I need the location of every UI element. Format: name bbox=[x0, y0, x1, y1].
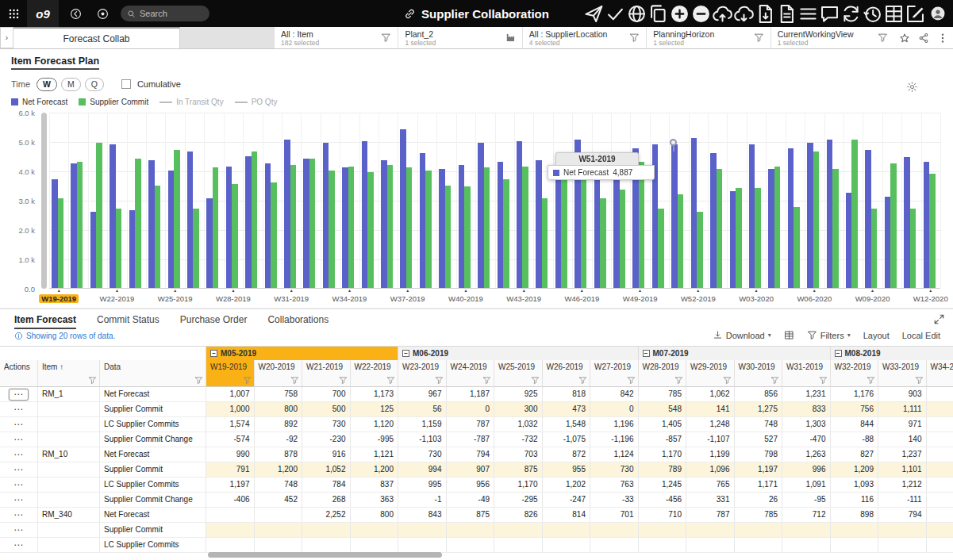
document-icon[interactable] bbox=[776, 0, 797, 27]
row-actions-button[interactable]: ⋯ bbox=[0, 417, 38, 432]
bar-net-forecast[interactable] bbox=[52, 179, 58, 288]
bar-supplier-commit[interactable] bbox=[252, 152, 258, 288]
value-cell[interactable]: 500 bbox=[302, 402, 351, 416]
header-item[interactable]: Item ↑ bbox=[38, 360, 100, 386]
value-cell[interactable] bbox=[206, 523, 255, 537]
bar-net-forecast[interactable] bbox=[865, 150, 871, 288]
header-W20-2019[interactable]: W20-2019 bbox=[255, 360, 303, 386]
bar-net-forecast[interactable] bbox=[265, 163, 271, 288]
row-actions-button[interactable]: ⋯ bbox=[0, 387, 38, 401]
row-actions-button[interactable]: ⋯ bbox=[0, 493, 38, 507]
column-filter-icon[interactable] bbox=[627, 376, 636, 385]
column-filter-icon[interactable] bbox=[243, 376, 252, 385]
column-filter-icon[interactable] bbox=[867, 376, 875, 385]
bar-net-forecast[interactable] bbox=[110, 144, 116, 288]
vertical-scroll-thumb[interactable] bbox=[41, 113, 47, 289]
value-cell[interactable]: 756 bbox=[831, 402, 879, 416]
row-actions-button[interactable]: ⋯ bbox=[0, 447, 38, 462]
month-group-M07-2019[interactable]: −M07-2019 bbox=[639, 347, 831, 360]
month-group-M06-2019[interactable]: −M06-2019 bbox=[398, 347, 639, 360]
column-filter-icon[interactable] bbox=[435, 376, 444, 385]
filter-chip-2[interactable]: Plant_21 selected bbox=[398, 27, 521, 48]
value-cell[interactable]: 1,000 bbox=[206, 402, 255, 416]
layout-button[interactable]: Layout bbox=[863, 331, 890, 340]
sort-asc-icon[interactable]: ↑ bbox=[57, 362, 63, 371]
expand-icon[interactable] bbox=[933, 313, 945, 325]
bar-supplier-commit[interactable] bbox=[348, 167, 355, 289]
tab-collaborations[interactable]: Collaborations bbox=[267, 314, 329, 328]
bar-supplier-commit[interactable] bbox=[387, 165, 394, 288]
cloud-download-icon[interactable] bbox=[733, 0, 755, 27]
value-cell[interactable]: 141 bbox=[686, 402, 735, 416]
bar-net-forecast[interactable] bbox=[924, 162, 930, 288]
value-cell[interactable]: 1,200 bbox=[351, 462, 399, 477]
hover-handle[interactable] bbox=[670, 139, 677, 152]
tab-purchase-order[interactable]: Purchase Order bbox=[180, 314, 248, 328]
row-actions-button[interactable]: ⋯ bbox=[0, 402, 38, 416]
bar-net-forecast[interactable] bbox=[381, 160, 387, 288]
value-cell[interactable]: 548 bbox=[639, 402, 687, 416]
tab-commit-status[interactable]: Commit Status bbox=[97, 314, 159, 328]
bar-supplier-commit[interactable] bbox=[697, 212, 703, 288]
header-W34-2019[interactable]: W34-2019 bbox=[927, 360, 953, 386]
bar-net-forecast[interactable] bbox=[439, 169, 445, 288]
column-filter-icon[interactable] bbox=[290, 376, 299, 385]
bar-supplier-commit[interactable] bbox=[309, 159, 316, 288]
bar-supplier-commit[interactable] bbox=[851, 140, 858, 288]
bar-supplier-commit[interactable] bbox=[503, 179, 509, 288]
header-actions[interactable]: Actions bbox=[0, 360, 38, 386]
header-W33-2019[interactable]: W33-2019 bbox=[878, 360, 927, 386]
share-icon[interactable] bbox=[918, 33, 929, 44]
record-icon[interactable] bbox=[92, 3, 113, 24]
bar-supplier-commit[interactable] bbox=[445, 186, 452, 289]
bar-supplier-commit[interactable] bbox=[58, 198, 64, 288]
value-cell[interactable]: 996 bbox=[782, 462, 831, 477]
value-cell[interactable]: 473 bbox=[543, 402, 591, 416]
value-cell[interactable]: 789 bbox=[639, 462, 687, 477]
collapse-icon[interactable]: − bbox=[643, 350, 650, 357]
bar-supplier-commit[interactable] bbox=[794, 207, 800, 288]
bar-supplier-commit[interactable] bbox=[232, 184, 238, 288]
chart-settings-icon[interactable] bbox=[906, 81, 918, 93]
bar-supplier-commit[interactable] bbox=[581, 167, 587, 288]
bar-net-forecast[interactable] bbox=[303, 159, 309, 288]
header-W23-2019[interactable]: W23-2019 bbox=[398, 360, 447, 386]
header-W21-2019[interactable]: W21-2019 bbox=[302, 360, 351, 386]
header-data[interactable]: Data bbox=[100, 360, 206, 386]
column-filter-icon[interactable] bbox=[194, 376, 203, 385]
column-filter-icon[interactable] bbox=[770, 376, 779, 385]
header-W24-2019[interactable]: W24-2019 bbox=[447, 360, 495, 386]
header-W19-2019[interactable]: W19-2019 bbox=[206, 360, 255, 386]
filters-caret-icon[interactable]: ▾ bbox=[847, 332, 851, 339]
value-cell[interactable] bbox=[639, 523, 687, 537]
bar-net-forecast[interactable] bbox=[768, 169, 774, 288]
bar-supplier-commit[interactable] bbox=[871, 209, 878, 288]
value-cell[interactable] bbox=[302, 523, 351, 537]
selected-week-label[interactable]: W19-2019 bbox=[39, 294, 79, 303]
remove-circle-icon[interactable] bbox=[690, 0, 712, 27]
legend-po-qty[interactable]: PO Qty bbox=[235, 98, 278, 106]
value-cell[interactable]: 833 bbox=[782, 402, 831, 416]
column-filter-icon[interactable] bbox=[386, 376, 395, 385]
bar-supplier-commit[interactable] bbox=[832, 169, 839, 288]
column-filter-icon[interactable] bbox=[915, 376, 924, 385]
value-cell[interactable] bbox=[782, 523, 831, 537]
value-cell[interactable] bbox=[927, 462, 953, 477]
bar-net-forecast[interactable] bbox=[671, 144, 678, 288]
bar-supplier-commit[interactable] bbox=[910, 209, 916, 288]
collapse-icon[interactable]: − bbox=[402, 350, 409, 357]
value-cell[interactable]: 56 bbox=[398, 402, 447, 416]
bar-net-forecast[interactable] bbox=[226, 167, 232, 289]
avatar[interactable] bbox=[926, 0, 950, 27]
star-icon[interactable] bbox=[899, 33, 910, 44]
value-cell[interactable] bbox=[831, 523, 879, 537]
bar-net-forecast[interactable] bbox=[323, 143, 329, 288]
bar-supplier-commit[interactable] bbox=[755, 188, 761, 288]
header-W31-2019[interactable]: W31-2019 bbox=[782, 360, 831, 386]
column-filter-icon[interactable] bbox=[723, 376, 732, 385]
bar-net-forecast[interactable] bbox=[245, 156, 252, 289]
bar-supplier-commit[interactable] bbox=[213, 167, 219, 288]
bar-net-forecast[interactable] bbox=[788, 148, 794, 288]
value-cell[interactable]: 1,197 bbox=[735, 462, 783, 477]
bar-net-forecast[interactable] bbox=[517, 141, 523, 288]
